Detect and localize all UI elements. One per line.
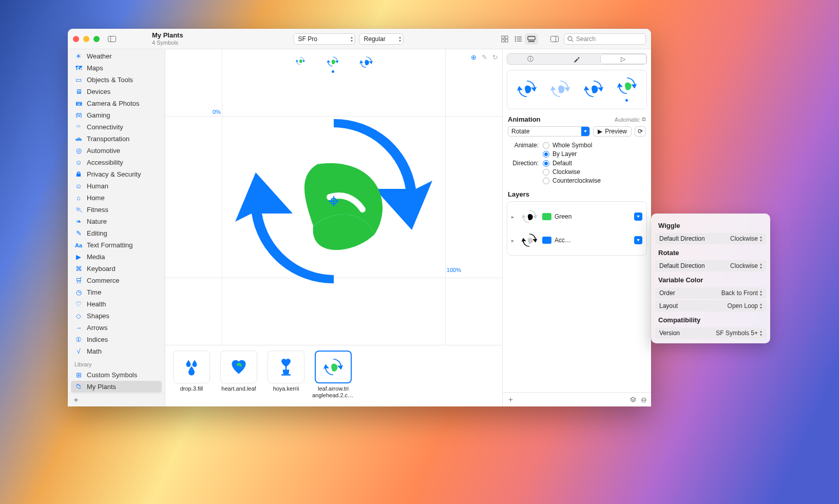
sidebar-item-devices[interactable]: 🖥︎Devices bbox=[71, 86, 162, 98]
sidebar-item-fitness[interactable]: 🏃︎Fitness bbox=[71, 204, 162, 216]
sidebar-item-commerce[interactable]: 🛒︎Commerce bbox=[71, 275, 162, 286]
svg-point-16 bbox=[568, 36, 572, 41]
sidebar-item-maps[interactable]: 🗺︎Maps bbox=[71, 62, 162, 74]
sidebar-item-editing[interactable]: ✎Editing bbox=[71, 227, 162, 239]
sidebar-item-gaming[interactable]: 🎮︎Gaming bbox=[71, 109, 162, 121]
layer-row[interactable]: ▸ Acc… bbox=[509, 228, 644, 252]
rotate-direction-row[interactable]: Default Direction Clockwise▴▾ bbox=[655, 260, 766, 272]
disclosure-icon[interactable]: ▸ bbox=[511, 238, 517, 243]
layer-thumb-icon bbox=[520, 232, 539, 248]
order-row[interactable]: Order Back to Front▴▾ bbox=[655, 287, 766, 299]
gallery-item[interactable]: leaf.arrow.trianglehead.2.clo… bbox=[312, 351, 354, 398]
pen-tool[interactable]: ✎ bbox=[482, 53, 487, 61]
sidebar-item-arrows[interactable]: →Arrows bbox=[71, 322, 162, 334]
sidebar-item-indices[interactable]: ①Indices bbox=[71, 334, 162, 345]
animate-layer-radio[interactable] bbox=[543, 151, 549, 158]
layer-row[interactable]: ▸ Green bbox=[509, 205, 644, 228]
sidebar-item-math[interactable]: √Math bbox=[71, 345, 162, 357]
grid-view-button[interactable] bbox=[498, 33, 511, 45]
search-field[interactable]: Search bbox=[564, 33, 646, 45]
direction-ccw-radio[interactable] bbox=[543, 178, 549, 184]
disclosure-icon[interactable]: ▸ bbox=[511, 214, 517, 220]
font-select[interactable]: SF Pro▴▾ bbox=[294, 33, 355, 45]
sidebar-item-human[interactable]: ☺︎Human bbox=[71, 180, 162, 192]
copy-icon[interactable]: ⧉ bbox=[642, 116, 646, 123]
repeat-button[interactable]: ⟳ bbox=[635, 126, 646, 137]
toolbar-right: Search bbox=[498, 33, 646, 45]
color-swatch[interactable] bbox=[542, 237, 551, 244]
car-icon: 🚗︎ bbox=[74, 135, 83, 143]
search-icon bbox=[567, 36, 574, 42]
sidebar-item-custom-symbols[interactable]: ⊞Custom Symbols bbox=[71, 369, 162, 381]
gallery-icon bbox=[527, 36, 536, 42]
sidebar-item-automotive[interactable]: ◎Automotive bbox=[71, 145, 162, 157]
sidebar-item-transportation[interactable]: 🚗︎Transportation bbox=[71, 133, 162, 145]
sidebar-item-my-plants[interactable]: 📁︎My Plants bbox=[71, 381, 162, 393]
inspector-tabs: ⓘ ▷ bbox=[507, 53, 647, 65]
keyboard-icon: ⌘ bbox=[74, 265, 83, 273]
main-symbol[interactable] bbox=[231, 99, 436, 304]
sidebar-item-accessibility[interactable]: ☺︎Accessibility bbox=[71, 157, 162, 168]
animation-type-select[interactable]: Rotate bbox=[508, 126, 590, 137]
canvas-tools: ⊕ ✎ ↻ bbox=[471, 53, 498, 61]
gallery-item[interactable]: heart.and.leaf bbox=[218, 351, 260, 392]
sidebar-item-nature[interactable]: ❧Nature bbox=[71, 216, 162, 227]
layer-settings-popover: Wiggle Default Direction Clockwise▴▾ Rot… bbox=[651, 214, 770, 343]
version-row[interactable]: Version SF Symbols 5+▴▾ bbox=[655, 327, 766, 339]
heart-icon: ♡ bbox=[74, 300, 83, 308]
sidebar-item-health[interactable]: ♡Health bbox=[71, 298, 162, 310]
weight-bold-icon bbox=[359, 55, 373, 69]
weight-select[interactable]: Regular▴▾ bbox=[359, 33, 404, 45]
sidebar-item-media[interactable]: ▶︎Media bbox=[71, 251, 162, 263]
sidebar-item-connectivity[interactable]: ⌔Connectivity bbox=[71, 121, 162, 133]
gallery-view-button[interactable] bbox=[525, 33, 538, 45]
gallery-item[interactable]: drop.3.fill bbox=[170, 351, 213, 392]
remove-layer-button[interactable]: ⊖ bbox=[641, 396, 647, 404]
sidebar-item-time[interactable]: ◷Time bbox=[71, 286, 162, 298]
list-view-button[interactable] bbox=[511, 33, 525, 45]
sidebar-list[interactable]: ☀︎Weather 🗺︎Maps ▭Objects & Tools 🖥︎Devi… bbox=[68, 49, 165, 393]
animate-whole-radio[interactable] bbox=[543, 142, 549, 149]
svg-rect-2 bbox=[502, 36, 504, 38]
sidebar-item-shapes[interactable]: ◇Shapes bbox=[71, 310, 162, 322]
add-collection-button[interactable]: ＋ bbox=[72, 395, 80, 405]
direction-default-radio[interactable] bbox=[543, 160, 549, 167]
chevron-updown-icon: ▴▾ bbox=[351, 35, 352, 43]
preview-button[interactable]: ▶︎Preview bbox=[593, 126, 632, 137]
sidebar-item-camera[interactable]: 📷︎Camera & Photos bbox=[71, 98, 162, 109]
animation-tab[interactable]: ▷ bbox=[600, 54, 646, 64]
layer-options-button[interactable] bbox=[634, 212, 642, 221]
sidebar-item-home[interactable]: ⌂Home bbox=[71, 192, 162, 204]
layers-icon[interactable] bbox=[630, 396, 637, 403]
add-layer-button[interactable]: ＋ bbox=[507, 395, 514, 404]
layer-options-button[interactable] bbox=[634, 236, 642, 244]
game-icon: 🎮︎ bbox=[74, 111, 83, 120]
color-swatch[interactable] bbox=[542, 213, 551, 220]
appearance-tab[interactable] bbox=[554, 54, 600, 64]
canvas-area: 0% 100% ⊕ ✎ ↻ bbox=[165, 49, 502, 406]
minimize-button[interactable] bbox=[83, 36, 89, 42]
info-tab[interactable]: ⓘ bbox=[507, 54, 554, 64]
svg-rect-22 bbox=[281, 374, 291, 376]
layout-row[interactable]: Layout Open Loop▴▾ bbox=[655, 300, 766, 312]
zoom-button[interactable] bbox=[93, 36, 100, 42]
sidebar-item-text[interactable]: AaText Formatting bbox=[71, 239, 162, 251]
toggle-inspector-button[interactable] bbox=[547, 33, 562, 45]
gallery-item[interactable]: hoya.kerrii bbox=[265, 351, 307, 392]
rotate-tool[interactable]: ↻ bbox=[492, 53, 498, 61]
chevron-updown-icon: ▴▾ bbox=[760, 302, 762, 309]
sidebar-item-privacy[interactable]: 🔒︎Privacy & Security bbox=[71, 168, 162, 180]
sidebar-item-objects[interactable]: ▭Objects & Tools bbox=[71, 74, 162, 86]
close-button[interactable] bbox=[73, 36, 79, 42]
chevron-updown-icon: ▴▾ bbox=[760, 262, 762, 269]
canvas[interactable]: 0% 100% ⊕ ✎ ↻ bbox=[165, 49, 502, 345]
toggle-sidebar-button[interactable] bbox=[105, 33, 119, 45]
sidebar-item-weather[interactable]: ☀︎Weather bbox=[71, 50, 162, 62]
direction-cw-radio[interactable] bbox=[543, 169, 549, 176]
anchor-tool[interactable]: ⊕ bbox=[471, 53, 476, 61]
inspector: ⓘ ▷ Animation Automatic ⧉ Rotate ▶︎Previ… bbox=[502, 49, 651, 406]
chevron-updown-icon: ▴▾ bbox=[760, 329, 762, 337]
sidebar-item-keyboard[interactable]: ⌘Keyboard bbox=[71, 263, 162, 275]
wiggle-direction-row[interactable]: Default Direction Clockwise▴▾ bbox=[655, 233, 766, 244]
folder-icon: 📁︎ bbox=[74, 383, 83, 391]
